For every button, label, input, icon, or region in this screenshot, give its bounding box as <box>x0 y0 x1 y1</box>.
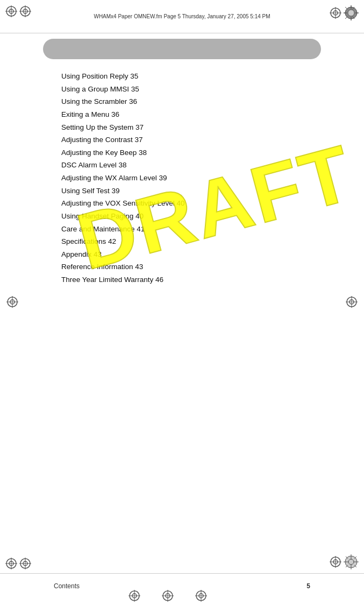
right-reg-mark <box>346 296 358 310</box>
list-item: Specifications 42 <box>61 235 332 248</box>
bottom-page-number: 5 <box>306 582 310 590</box>
list-item: Exiting a Menu 36 <box>61 108 332 121</box>
list-item: DSC Alarm Level 38 <box>61 159 332 172</box>
list-item: Reference Information 43 <box>61 260 332 273</box>
list-item: Appendix 43 <box>61 248 332 261</box>
reg-mark-bl2 <box>19 558 31 569</box>
list-item: Using Position Reply 35 <box>61 70 332 83</box>
list-item: Adjusting the Contrast 37 <box>61 133 332 146</box>
list-item: Setting Up the System 37 <box>61 121 332 134</box>
reg-mark-bc3 <box>195 590 207 602</box>
list-item: Using a Group MMSI 35 <box>61 83 332 96</box>
list-item: Care and Maintenance 41 <box>61 223 332 236</box>
left-reg-mark <box>6 296 18 310</box>
bottom-bar-content: Contents 5 <box>0 582 364 590</box>
list-item: Adjusting the WX Alarm Level 39 <box>61 172 332 185</box>
file-info: WHAMx4 Paper OMNEW.fm Page 5 Thursday, J… <box>94 13 270 19</box>
list-item: Adjusting the Key Beep 38 <box>61 146 332 159</box>
reg-mark-bl <box>5 558 17 569</box>
reg-mark-bc1 <box>129 590 140 602</box>
bottom-center-marks <box>129 590 207 602</box>
reg-mark-bc2 <box>162 590 174 602</box>
list-item: Three Year Limited Warranty 46 <box>61 273 332 286</box>
list-item: Using Handset Paging 40 <box>61 210 332 223</box>
header-bar <box>43 39 321 59</box>
list-item: Using Self Test 39 <box>61 185 332 198</box>
bottom-section-label: Contents <box>54 582 80 590</box>
bottom-left-marks <box>5 558 31 569</box>
content-list: Using Position Reply 35 Using a Group MM… <box>61 70 332 286</box>
bottom-rule <box>0 573 364 574</box>
list-item: Adjusting the VOX Sensitivity Level 40 <box>61 197 332 210</box>
bottom-right-marks <box>330 554 359 569</box>
top-bar: WHAMx4 Paper OMNEW.fm Page 5 Thursday, J… <box>0 0 364 33</box>
sunburst-br <box>344 554 359 569</box>
reg-mark-br <box>330 556 341 568</box>
list-item: Using the Scrambler 36 <box>61 95 332 108</box>
